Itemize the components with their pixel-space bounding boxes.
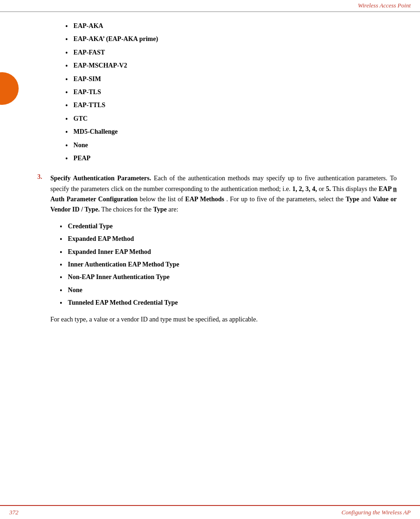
header-title: Wireless Access Point <box>358 2 411 9</box>
n-underline: n <box>393 185 397 192</box>
item-paragraph: Specify Authentication Parameters. Each … <box>50 173 397 215</box>
list-item: None <box>60 286 397 296</box>
list-item: EAP-TLS <box>65 88 397 98</box>
are-text: are: <box>168 206 178 213</box>
page-footer: 372 Configuring the Wireless AP <box>0 505 420 519</box>
footer-chapter: Configuring the Wireless AP <box>342 509 411 516</box>
numbered-item-3: 3. Specify Authentication Parameters. Ea… <box>37 173 397 331</box>
list-item: EAP-TTLS <box>65 101 397 111</box>
list-item: EAP-MSCHAP-V2 <box>65 61 397 71</box>
list-item: Inner Authentication EAP Method Type <box>60 260 397 270</box>
list-item: EAP-AKA’ (EAP-AKA prime) <box>65 34 397 45</box>
list-item: EAP-FAST <box>65 48 397 58</box>
list-item: Expanded Inner EAP Method <box>60 247 397 258</box>
list-item: PEAP <box>65 154 397 164</box>
list-item: Tunneled EAP Method Credential Type <box>60 298 397 308</box>
choices-text: The choices for the <box>101 206 153 213</box>
five-bold: 5. <box>326 185 331 192</box>
list-item: EAP-AKA <box>65 21 397 32</box>
footer-page-number: 372 <box>9 509 19 516</box>
closing-paragraph: For each type, a value or a vendor ID an… <box>50 314 397 325</box>
sub-bullet-list: Credential Type Expanded EAP Method Expa… <box>60 222 397 309</box>
type-bold-1: Type <box>345 196 359 203</box>
page-header: Wireless Access Point <box>0 0 420 12</box>
item-number: 3. <box>37 173 47 181</box>
numbers-bold: 1, 2, 3, 4, <box>292 185 317 192</box>
list-item: Non-EAP Inner Authentication Type <box>60 273 397 283</box>
below-text: below the list of <box>140 196 186 203</box>
page-container: Wireless Access Point EAP-AKA EAP-AKA’ (… <box>0 0 420 519</box>
end-text: . For up to five of the parameters, sele… <box>226 196 345 203</box>
auth-bold: Auth Parameter Configuration <box>50 196 138 203</box>
list-item: Credential Type <box>60 222 397 232</box>
list-item: MD5-Challenge <box>65 127 397 137</box>
intro-bold: Specify Authentication Parameters. <box>50 175 151 182</box>
middle-text: This displays the <box>332 185 379 192</box>
list-item: EAP-SIM <box>65 75 397 85</box>
eap-methods-bold: EAP Methods <box>185 196 224 203</box>
and-text: and <box>361 196 373 203</box>
list-item: None <box>65 141 397 151</box>
list-item: GTC <box>65 114 397 124</box>
item-content: Specify Authentication Parameters. Each … <box>50 173 397 331</box>
list-item: Expanded EAP Method <box>60 234 397 245</box>
type-bold-2: Type <box>153 206 167 213</box>
or-text: or <box>319 185 326 192</box>
eap-bold: EAP <box>379 185 393 192</box>
main-content: EAP-AKA EAP-AKA’ (EAP-AKA prime) EAP-FAS… <box>0 12 420 357</box>
top-bullet-list: EAP-AKA EAP-AKA’ (EAP-AKA prime) EAP-FAS… <box>65 21 397 164</box>
